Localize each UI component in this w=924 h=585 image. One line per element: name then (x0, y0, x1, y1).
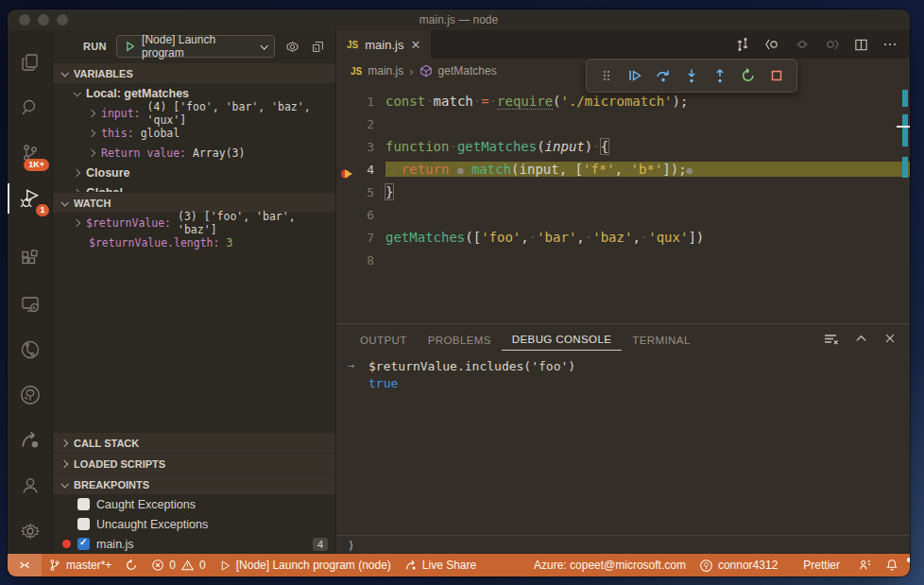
tab-debug-console[interactable]: DEBUG CONSOLE (502, 328, 623, 351)
line-number[interactable]: 5 (336, 185, 385, 199)
line-number[interactable]: 4 (336, 163, 385, 177)
search-icon[interactable] (8, 85, 52, 130)
line-number[interactable]: 7 (336, 231, 385, 245)
open-debug-console-icon[interactable] (310, 39, 326, 55)
run-and-debug-icon[interactable]: 1 (8, 176, 52, 221)
azure-account-status[interactable]: Azure: copeet@microsoft.com (527, 554, 693, 576)
debug-toolbar[interactable] (586, 59, 797, 93)
feedback-status[interactable] (847, 554, 879, 576)
breakpoint-arrow-icon[interactable] (340, 166, 355, 181)
window-controls[interactable] (19, 14, 68, 26)
code-editor[interactable]: 1 const·match·=·require('./micromatch');… (336, 83, 910, 323)
start-debug-icon[interactable] (125, 41, 135, 52)
debug-console-output[interactable]: → $returnValue.includes('foo') true (336, 354, 910, 535)
minimize-window-button[interactable] (38, 14, 49, 26)
line-number[interactable]: 8 (336, 253, 385, 267)
prettier-status[interactable]: Prettier (784, 554, 847, 576)
github-account-status[interactable]: connor4312 (693, 554, 784, 576)
call-stack-section-header[interactable]: CALL STACK (53, 432, 335, 453)
code-line-1[interactable]: 1 const·match·=·require('./micromatch'); (336, 90, 910, 112)
split-editor-icon[interactable] (854, 38, 868, 52)
code-line-5[interactable]: 5 } (336, 181, 910, 203)
live-share-icon[interactable] (8, 418, 52, 463)
line-number[interactable]: 1 (336, 95, 385, 109)
console-input-field[interactable]: ⟩ (336, 535, 910, 554)
line-number[interactable]: 3 (336, 140, 385, 154)
line-number[interactable]: 2 (336, 117, 385, 131)
debug-settings-gear-icon[interactable] (284, 39, 300, 55)
closure-label: Closure (86, 166, 130, 180)
tab-main-js[interactable]: JS main.js ✕ (336, 30, 431, 59)
live-share-status[interactable]: Live Share (398, 554, 483, 576)
open-changes-icon[interactable] (735, 37, 750, 52)
accounts-icon[interactable] (8, 463, 52, 508)
drag-handle-icon[interactable] (593, 62, 620, 89)
watch-value: 3 (226, 236, 232, 249)
breadcrumb-symbol[interactable]: getMatches (438, 64, 497, 77)
close-tab-icon[interactable]: ✕ (410, 39, 420, 51)
ruler-mark (902, 90, 908, 107)
breadcrumb-file[interactable]: main.js (368, 64, 403, 77)
variable-row-return-value[interactable]: Return value: Array(3) (53, 143, 335, 163)
status-bar: master*+ 0 0 [Node] Launch program (node… (8, 554, 910, 576)
problems-status[interactable]: 0 0 (145, 554, 212, 576)
code-line-3[interactable]: 3 function·getMatches(input)·{ (336, 135, 910, 158)
code-line-2[interactable]: 2 (336, 112, 910, 135)
clear-console-icon[interactable] (823, 332, 839, 347)
variables-section-header[interactable]: VARIABLES (53, 62, 335, 83)
close-window-button[interactable] (19, 14, 30, 26)
code-line-6[interactable]: 6 (336, 203, 910, 226)
prettier-label: Prettier (803, 559, 840, 572)
caught-exceptions-checkbox[interactable] (77, 498, 90, 510)
tab-output[interactable]: OUTPUT (350, 329, 418, 351)
breakpoint-file-checkbox[interactable] (77, 538, 90, 550)
overview-ruler[interactable] (899, 83, 910, 323)
closure-row[interactable]: Closure (53, 163, 335, 182)
notifications-status[interactable] (879, 554, 910, 576)
debug-launch-status[interactable]: [Node] Launch program (node) (213, 554, 398, 576)
sync-status[interactable] (118, 554, 145, 576)
tab-problems[interactable]: PROBLEMS (418, 329, 502, 351)
explorer-icon[interactable] (8, 40, 52, 85)
pause-circle-icon[interactable] (795, 37, 810, 52)
code-line-4[interactable]: 4 ··return·●·match(input,·['f*',·'b*']);… (336, 158, 910, 181)
remote-indicator[interactable] (8, 554, 42, 576)
stop-icon[interactable] (763, 62, 790, 89)
restart-icon[interactable] (735, 62, 761, 89)
git-branch-status[interactable]: master*+ (42, 554, 118, 576)
global-row-clipped[interactable]: Global (53, 182, 335, 192)
close-panel-icon[interactable] (883, 332, 897, 345)
source-control-icon[interactable]: 1K+ (8, 130, 52, 176)
zoom-window-button[interactable] (57, 14, 68, 26)
step-into-icon[interactable] (678, 62, 705, 89)
console-result: true (348, 376, 398, 393)
more-actions-icon[interactable] (882, 37, 898, 52)
watch-row-length[interactable]: $returnValue.length: 3 (53, 232, 335, 252)
github-account-label: connor4312 (718, 559, 778, 572)
step-over-icon[interactable] (650, 62, 676, 89)
reverse-continue-icon[interactable] (764, 37, 780, 52)
step-out-icon[interactable] (707, 62, 733, 89)
launch-config-dropdown[interactable]: [Node] Launch program (116, 35, 275, 58)
breakpoints-section-header[interactable]: BREAKPOINTS (53, 473, 335, 494)
remote-explorer-icon[interactable] (8, 282, 52, 327)
extensions-icon[interactable] (8, 236, 52, 282)
code-line-7[interactable]: 7 getMatches(['foo',·'bar',·'baz',·'qux'… (336, 226, 910, 249)
github-icon[interactable] (8, 372, 52, 418)
variable-row-input[interactable]: input: (4) ['foo', 'bar', 'baz', 'qux'] (53, 103, 335, 123)
line-number[interactable]: 6 (336, 208, 385, 222)
variable-row-this[interactable]: this: global (53, 123, 335, 143)
uncaught-exceptions-checkbox[interactable] (77, 518, 90, 530)
tab-terminal[interactable]: TERMINAL (622, 329, 700, 351)
settings-gear-icon[interactable] (8, 508, 52, 554)
breakpoint-file-row[interactable]: main.js 4 (53, 534, 335, 554)
continue-icon[interactable] (622, 62, 648, 89)
watch-row-return-value[interactable]: $returnValue: (3) ['foo', 'bar', 'baz'] (53, 213, 335, 232)
loaded-scripts-section-header[interactable]: LOADED SCRIPTS (53, 453, 335, 473)
caught-exceptions-row[interactable]: Caught Exceptions (53, 494, 335, 514)
uncaught-exceptions-row[interactable]: Uncaught Exceptions (53, 514, 335, 534)
code-line-8[interactable]: 8 (336, 249, 910, 271)
test-explorer-icon[interactable] (8, 327, 52, 372)
continue-alt-icon[interactable] (824, 37, 840, 52)
collapse-panel-icon[interactable] (854, 332, 868, 346)
